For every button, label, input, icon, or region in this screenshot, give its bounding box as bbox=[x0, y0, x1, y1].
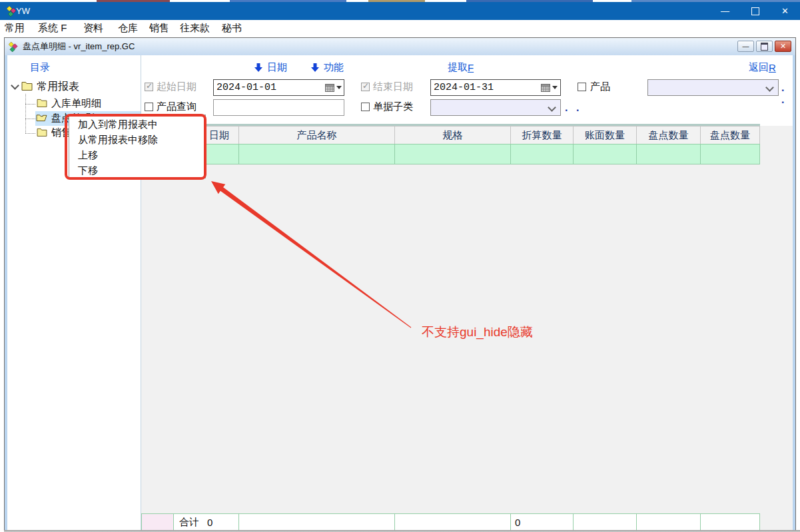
context-menu: 加入到常用报表中 从常用报表中移除 上移 下移 bbox=[69, 115, 206, 178]
summary-indicator-cell bbox=[141, 513, 174, 531]
context-menu-item-move-up[interactable]: 上移 bbox=[69, 147, 205, 162]
product-query-input[interactable] bbox=[213, 99, 344, 116]
chevron-down-icon[interactable] bbox=[11, 81, 19, 90]
tree-connector bbox=[25, 133, 35, 134]
start-date-label: 起始日期 bbox=[157, 81, 197, 93]
chevron-down-icon bbox=[765, 83, 774, 92]
extract-accelerator: F bbox=[468, 62, 474, 73]
column-header-count-qty2[interactable]: 盘点数量 bbox=[701, 126, 760, 144]
product-combobox[interactable] bbox=[647, 79, 779, 96]
app-titlebar: YW — ✕ bbox=[0, 2, 800, 20]
summary-total-cell: 合计 0 bbox=[174, 513, 239, 531]
doc-subtype-checkbox[interactable] bbox=[361, 103, 370, 111]
column-header-product[interactable]: 产品名称 bbox=[239, 126, 395, 144]
annotation-text: 不支持gui_hide隐藏 bbox=[422, 324, 533, 341]
child-titlebar: 盘点单明细 - vr_item_rep.GC — ✕ bbox=[5, 38, 795, 55]
menu-item-ziliao[interactable]: 资料 bbox=[83, 22, 103, 35]
tree-connector bbox=[25, 104, 35, 105]
application-window: YW — ✕ 常用 系统 F 资料 仓库 销售 往来款 秘书 盘点单明细 - v… bbox=[0, 0, 800, 532]
child-window-controls: — ✕ bbox=[737, 41, 791, 52]
summary-total-value: 0 bbox=[207, 517, 212, 528]
product-checkbox[interactable] bbox=[578, 83, 586, 91]
folder-icon bbox=[37, 128, 47, 136]
maximize-icon[interactable] bbox=[740, 2, 770, 20]
menubar: 常用 系统 F 资料 仓库 销售 往来款 秘书 bbox=[0, 20, 800, 37]
end-date-label: 结束日期 bbox=[373, 81, 413, 93]
close-icon[interactable]: ✕ bbox=[770, 2, 800, 20]
folder-icon bbox=[37, 99, 47, 107]
grid-header-row: 日期 产品名称 规格 折算数量 账面数量 盘点数量 盘点数量 bbox=[141, 126, 760, 144]
doc-subtype-combobox[interactable] bbox=[430, 99, 561, 116]
child-close-icon[interactable]: ✕ bbox=[775, 41, 791, 52]
back-button[interactable]: 返回R bbox=[749, 61, 776, 74]
end-date-checkbox[interactable] bbox=[361, 83, 370, 91]
child-window: 盘点单明细 - vr_item_rep.GC — ✕ 目录 日期 功能 bbox=[4, 37, 796, 532]
product-label: 产品 bbox=[590, 81, 610, 93]
extract-button[interactable]: 提取F bbox=[448, 61, 474, 74]
grid-empty-row[interactable] bbox=[141, 144, 760, 164]
window-controls: — ✕ bbox=[710, 2, 800, 20]
menu-item-changyong[interactable]: 常用 bbox=[5, 22, 25, 35]
column-header-count-qty[interactable]: 盘点数量 bbox=[637, 126, 701, 144]
doc-subtype-label: 单据子类 bbox=[373, 101, 413, 113]
catalog-link[interactable]: 目录 bbox=[30, 61, 50, 74]
chevron-down-icon bbox=[548, 103, 556, 112]
open-folder-icon bbox=[36, 113, 47, 122]
context-menu-item-move-down[interactable]: 下移 bbox=[69, 162, 205, 178]
menu-item-wanglaikuan[interactable]: 往来款 bbox=[180, 22, 210, 35]
calendar-icon bbox=[325, 83, 334, 92]
child-window-title: 盘点单明细 - vr_item_rep.GC bbox=[23, 41, 135, 53]
product-query-checkbox[interactable] bbox=[145, 103, 153, 111]
column-header-book-qty[interactable]: 账面数量 bbox=[574, 126, 637, 144]
folder-icon bbox=[21, 81, 33, 91]
calendar-dropdown-icon[interactable] bbox=[325, 83, 342, 92]
doc-subtype-more-button[interactable]: . . bbox=[565, 102, 582, 114]
date-menu-button[interactable]: 日期 bbox=[254, 61, 287, 74]
product-more-button[interactable]: . . bbox=[781, 82, 793, 106]
down-arrow-icon bbox=[254, 63, 262, 72]
child-minimize-icon[interactable]: — bbox=[737, 41, 754, 52]
start-date-checkbox[interactable] bbox=[145, 83, 153, 91]
app-title: YW bbox=[16, 6, 30, 16]
menu-item-xiaoshou[interactable]: 销售 bbox=[149, 22, 169, 35]
column-header-converted[interactable]: 折算数量 bbox=[511, 126, 574, 144]
calendar-icon bbox=[541, 83, 550, 92]
summary-converted-cell: 0 bbox=[511, 513, 574, 531]
menu-item-cangku[interactable]: 仓库 bbox=[118, 22, 138, 35]
tree-connector bbox=[25, 119, 35, 120]
minimize-icon[interactable]: — bbox=[710, 2, 740, 20]
down-arrow-icon bbox=[311, 63, 319, 72]
tree-item-rukudanmingxi[interactable]: 入库单明细 bbox=[51, 97, 101, 110]
grid-summary-row: 合计 0 0 bbox=[141, 513, 760, 531]
product-query-label: 产品查询 bbox=[157, 101, 197, 113]
child-window-icon bbox=[9, 42, 19, 52]
app-icon bbox=[7, 6, 17, 17]
function-menu-button[interactable]: 功能 bbox=[311, 61, 344, 74]
back-accelerator: R bbox=[769, 62, 776, 73]
summary-total-label: 合计 bbox=[179, 516, 199, 529]
tree-root-changyongbaobiao[interactable]: 常用报表 bbox=[37, 80, 79, 94]
menu-item-mishu[interactable]: 秘书 bbox=[222, 22, 242, 35]
column-header-spec[interactable]: 规格 bbox=[395, 126, 511, 144]
tree-connector bbox=[25, 94, 27, 133]
menu-item-xitong[interactable]: 系统 F bbox=[38, 22, 67, 35]
context-menu-item-add-to-favorites[interactable]: 加入到常用报表中 bbox=[69, 117, 205, 132]
context-menu-item-remove-from-favorites[interactable]: 从常用报表中移除 bbox=[69, 132, 205, 147]
calendar-dropdown-icon[interactable] bbox=[541, 83, 558, 92]
child-restore-icon[interactable] bbox=[756, 41, 773, 52]
